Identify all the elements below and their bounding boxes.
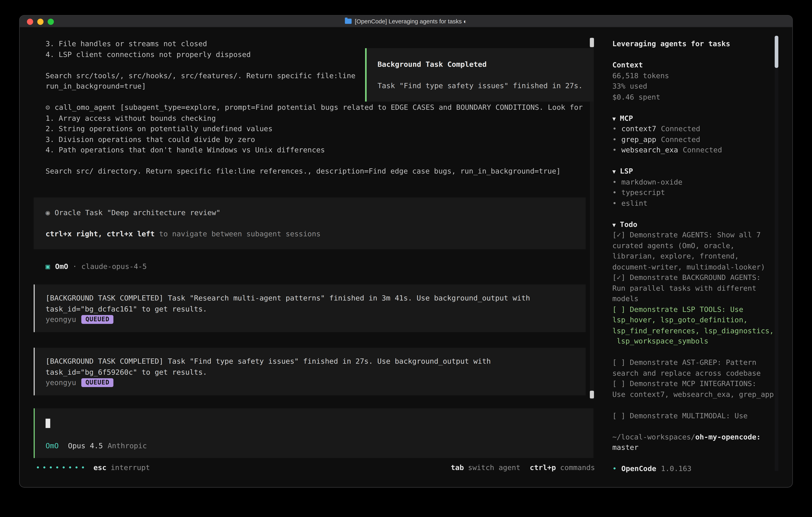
mcp-item-status: Connected	[661, 124, 700, 133]
message-meta: yeongyuQUEUED	[46, 377, 586, 388]
oracle-hint-text: to navigate between subagent sessions	[155, 229, 320, 238]
toast-body: Task "Find type safety issues" finished …	[377, 80, 593, 91]
spacer	[612, 102, 778, 113]
message-line: task_id="bg_6f59260c" to get results.	[46, 366, 586, 377]
workspace-path-prefix: ~/local-workspaces/	[612, 432, 695, 441]
oracle-hint-keys: ctrl+x right, ctrl+x left	[46, 229, 155, 238]
chevron-down-icon: ▼	[612, 115, 616, 122]
todo-item-line: [ ] Demonstrate MCP INTEGRATIONS:	[612, 378, 778, 389]
esc-key-hint: esc	[93, 463, 107, 471]
prompt-input[interactable]: OmOOpus 4.5Anthropic	[34, 408, 593, 458]
spinner-dots-icon: ••••••••	[36, 463, 87, 471]
message-line: task_id="bg_dcfac161" to get results.	[46, 303, 586, 314]
zoom-button[interactable]	[48, 19, 54, 25]
close-button[interactable]	[27, 19, 33, 25]
lsp-item-name: eslint	[621, 199, 647, 207]
input-agent: OmO	[46, 441, 59, 450]
spacer	[612, 453, 778, 463]
mcp-heading: MCP	[620, 114, 633, 122]
record-icon: ◉	[46, 208, 50, 217]
tool-call-item: 2. String operations on potentially unde…	[46, 124, 583, 134]
app-name: OpenCode	[621, 464, 656, 472]
mcp-item-name: websearch_exa	[621, 145, 678, 154]
sidebar: Leveraging agents for tasks Context 66,5…	[605, 27, 792, 488]
spacer	[612, 208, 778, 219]
mcp-item-name: context7	[621, 124, 656, 133]
app-version: 1.0.163	[661, 464, 692, 472]
spacer	[612, 421, 778, 431]
history-blank-line	[46, 155, 583, 166]
history-line: 3. File handles or streams not closed	[46, 38, 583, 49]
agent-separator: ·	[68, 262, 81, 270]
workspace-repo: oh-my-opencode:	[695, 432, 761, 441]
lsp-section-header[interactable]: ▼LSP	[612, 166, 778, 176]
todo-item-line: curated agents (OmO, oracle,	[612, 240, 778, 251]
window-title-text: [OpenCode] Leveraging agents for tasks ◐	[355, 18, 467, 24]
tool-call-line: ⚙call_omo_agent [subagent_type=explore, …	[46, 102, 583, 113]
agent-name: OmO	[55, 262, 68, 270]
sidebar-scrollbar[interactable]	[775, 36, 778, 471]
bullet-icon: •	[612, 124, 617, 133]
oracle-task-panel: ◉Oracle Task "Deep architecture review" …	[34, 197, 586, 249]
sidebar-scrollbar-thumb[interactable]	[775, 36, 778, 68]
input-footer: OmOOpus 4.5Anthropic	[46, 440, 147, 451]
bullet-icon: •	[612, 178, 617, 186]
context-used: 33% used	[612, 81, 778, 91]
tab-key-label: switch agent	[468, 463, 521, 471]
chat-scrollbar-thumb-top[interactable]	[590, 38, 594, 47]
folder-icon	[345, 19, 352, 24]
todo-item-line: [ ] Demonstrate MULTIMODAL: Use	[612, 410, 778, 420]
todo-item-line-active: lsp_hover, lsp_goto_definition,	[612, 315, 778, 325]
todo-item-line-active: lsp_find_references, lsp_diagnostics,	[612, 325, 778, 336]
mcp-item-name: grep_app	[621, 135, 656, 143]
todo-item-line: librarian, explore, frontend,	[612, 251, 778, 261]
todo-item-line: [ ] Demonstrate AST-GREP: Pattern	[612, 357, 778, 368]
titlebar[interactable]: [OpenCode] Leveraging agents for tasks ◐	[20, 16, 792, 28]
message-block: [BACKGROUND TASK COMPLETED] Task "Find t…	[34, 348, 586, 395]
session-title: Leveraging agents for tasks	[612, 38, 778, 49]
mcp-item: •grep_appConnected	[612, 134, 778, 144]
lsp-heading: LSP	[620, 167, 633, 175]
tool-call-item: 1. Array access without bounds checking	[46, 113, 583, 124]
chevron-down-icon: ▼	[612, 221, 616, 228]
text-cursor	[46, 419, 50, 428]
terminal-window: [OpenCode] Leveraging agents for tasks ◐…	[19, 15, 793, 488]
gear-icon: ⚙	[46, 103, 50, 111]
todo-item-line-active: lsp_workspace_symbols	[612, 336, 778, 346]
todo-item-line: [✓] Demonstrate BACKGROUND AGENTS:	[612, 272, 778, 283]
agent-model: claude-opus-4-5	[81, 262, 147, 270]
lsp-item: •typescript	[612, 187, 778, 198]
tab-key-hint: tab	[451, 463, 464, 471]
mcp-section-header[interactable]: ▼MCP	[612, 113, 778, 124]
context-heading: Context	[612, 60, 778, 70]
spacer	[612, 49, 778, 60]
bullet-icon: •	[612, 464, 617, 472]
lsp-item-name: markdown-oxide	[621, 178, 683, 186]
commands-key-hint: ctrl+p	[530, 463, 556, 471]
tool-call-item: 3. Division operations that could divide…	[46, 134, 583, 144]
message-line: [BACKGROUND TASK COMPLETED] Task "Find t…	[46, 356, 586, 366]
context-spent: $0.46 spent	[612, 91, 778, 102]
queued-badge: QUEUED	[81, 378, 114, 387]
lsp-item: •eslint	[612, 198, 778, 208]
bullet-icon: •	[612, 135, 617, 143]
agent-header: ▣OmO · claude-opus-4-5	[46, 261, 147, 272]
spacer	[612, 400, 778, 410]
input-provider: Anthropic	[108, 441, 147, 450]
window-title: [OpenCode] Leveraging agents for tasks ◐	[345, 18, 467, 24]
minimize-button[interactable]	[37, 19, 44, 25]
message-author: yeongyu	[46, 314, 76, 325]
tool-call-tail: Search src/ directory. Return specific f…	[46, 166, 583, 176]
spacer	[612, 347, 778, 357]
message-line: [BACKGROUND TASK COMPLETED] Task "Resear…	[46, 293, 586, 303]
todo-item-line-active: [ ] Demonstrate LSP TOOLS: Use	[612, 304, 778, 315]
chat-pane: 3. File handles or streams not closed 4.…	[20, 27, 604, 488]
chat-scrollbar-thumb-bottom[interactable]	[590, 391, 594, 399]
todo-section-header[interactable]: ▼Todo	[612, 219, 778, 229]
statusbar-right: tabswitch agentctrl+pcommands	[451, 462, 595, 473]
traffic-lights	[27, 19, 54, 25]
background-task-toast: Background Task Completed Task "Find typ…	[365, 48, 593, 102]
esc-key-label: interrupt	[111, 463, 150, 471]
oracle-title-line: ◉Oracle Task "Deep architecture review"	[46, 207, 586, 218]
message-meta: yeongyuQUEUED	[46, 314, 586, 325]
